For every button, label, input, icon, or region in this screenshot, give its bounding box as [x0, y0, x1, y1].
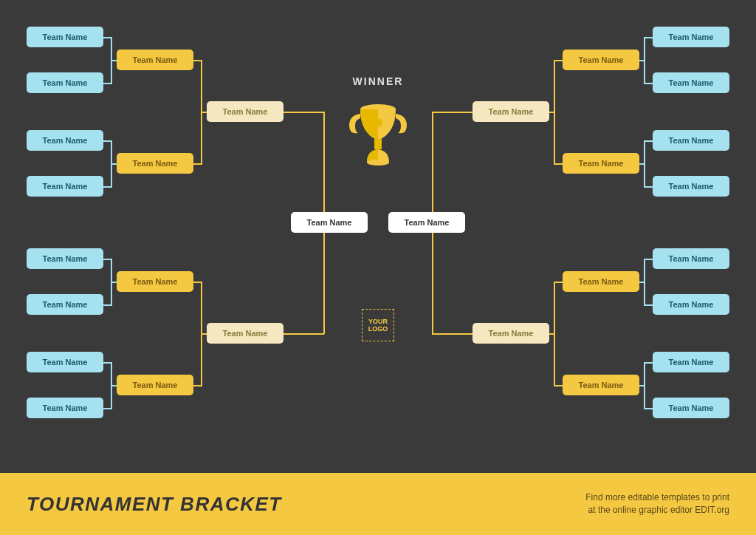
connector: [639, 282, 645, 283]
connector: [284, 333, 324, 335]
svg-rect-2: [374, 139, 382, 149]
r-r16-2[interactable]: Team Name: [653, 130, 729, 151]
connector: [554, 163, 563, 165]
footer-title: TOURNAMENT BRACKET: [27, 493, 282, 516]
connector: [644, 186, 653, 188]
r-r16-6[interactable]: Team Name: [653, 352, 729, 372]
connector: [644, 362, 653, 364]
l-r4-1[interactable]: Team Name: [207, 323, 284, 344]
r-r16-5[interactable]: Team Name: [653, 294, 729, 315]
l-r8-1[interactable]: Team Name: [117, 153, 193, 174]
connector: [111, 282, 117, 283]
l-r16-2[interactable]: Team Name: [27, 130, 103, 151]
connector: [284, 112, 324, 113]
connector: [201, 112, 207, 113]
l-r8-2[interactable]: Team Name: [117, 271, 193, 292]
l-r16-1[interactable]: Team Name: [27, 72, 103, 93]
r-r8-3[interactable]: Team Name: [563, 375, 639, 395]
r-r16-3[interactable]: Team Name: [653, 176, 729, 197]
r-r8-2[interactable]: Team Name: [563, 271, 639, 292]
l-r16-5[interactable]: Team Name: [27, 294, 103, 315]
l-r2[interactable]: Team Name: [291, 212, 368, 233]
connector: [323, 233, 325, 334]
l-r16-3[interactable]: Team Name: [27, 176, 103, 197]
l-r4-0[interactable]: Team Name: [207, 101, 284, 122]
connector: [644, 37, 653, 38]
svg-point-1: [374, 118, 382, 127]
r-r16-0[interactable]: Team Name: [653, 27, 729, 47]
connector: [639, 60, 645, 61]
logo-placeholder[interactable]: YOUR LOGO: [362, 309, 394, 341]
footer-subtitle: Find more editable templates to print at…: [585, 491, 729, 517]
r-r4-1[interactable]: Team Name: [472, 323, 549, 344]
connector: [111, 163, 117, 165]
trophy-icon: [345, 96, 411, 173]
r-r16-4[interactable]: Team Name: [653, 248, 729, 269]
l-r16-4[interactable]: Team Name: [27, 248, 103, 269]
connector: [639, 385, 645, 386]
l-r8-3[interactable]: Team Name: [117, 375, 193, 395]
l-r16-7[interactable]: Team Name: [27, 398, 103, 418]
connector: [201, 333, 207, 335]
connector: [432, 333, 472, 335]
svg-point-3: [367, 160, 389, 166]
connector: [432, 233, 433, 334]
winner-label: WINNER: [353, 75, 404, 87]
connector: [644, 259, 653, 260]
footer-sub2: at the online graphic editor EDIT.org: [585, 504, 729, 517]
connector: [554, 385, 563, 386]
connector: [644, 408, 653, 409]
connector: [111, 385, 117, 386]
connector: [323, 112, 325, 212]
connector: [432, 112, 472, 113]
bracket-area: Team Name Team Name Team Name Team Name …: [0, 0, 756, 473]
l-r8-0[interactable]: Team Name: [117, 50, 193, 70]
connector: [111, 60, 117, 61]
l-r16-0[interactable]: Team Name: [27, 27, 103, 47]
connector: [549, 333, 555, 335]
r-r2[interactable]: Team Name: [388, 212, 465, 233]
connector: [554, 60, 563, 61]
l-r16-6[interactable]: Team Name: [27, 352, 103, 372]
footer: TOURNAMENT BRACKET Find more editable te…: [0, 473, 756, 535]
connector: [644, 304, 653, 306]
connector: [549, 112, 555, 113]
connector: [639, 163, 645, 165]
connector: [644, 140, 653, 142]
footer-sub1: Find more editable templates to print: [585, 491, 729, 504]
r-r8-0[interactable]: Team Name: [563, 50, 639, 70]
r-r4-0[interactable]: Team Name: [472, 101, 549, 122]
r-r16-1[interactable]: Team Name: [653, 72, 729, 93]
connector: [432, 112, 433, 212]
connector: [554, 282, 563, 283]
r-r8-1[interactable]: Team Name: [563, 153, 639, 174]
r-r16-7[interactable]: Team Name: [653, 398, 729, 418]
connector: [644, 83, 653, 84]
